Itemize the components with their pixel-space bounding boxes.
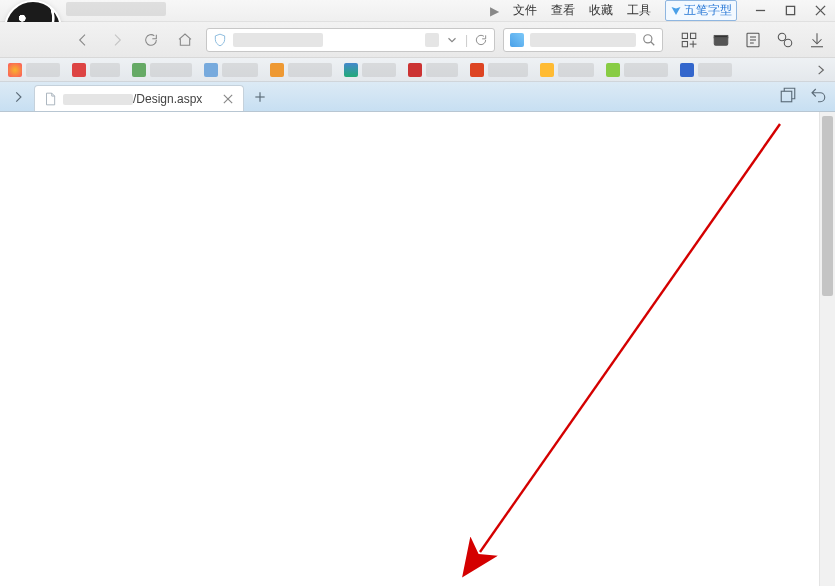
svg-rect-12 [714, 35, 728, 37]
annotation-arrow [0, 112, 835, 586]
svg-line-19 [785, 39, 786, 40]
minimize-button[interactable] [745, 0, 775, 22]
ime-label: 五笔字型 [684, 2, 732, 19]
page-content: 提交 [0, 112, 835, 586]
svg-rect-1 [786, 6, 794, 14]
bookmark-item[interactable] [344, 63, 396, 77]
tab-close-button[interactable] [221, 92, 235, 106]
wallet-button[interactable] [711, 30, 731, 50]
search-text [530, 33, 636, 47]
vertical-scrollbar[interactable] [819, 112, 835, 586]
reader-button[interactable] [743, 30, 763, 50]
bookmark-item[interactable] [540, 63, 594, 77]
bookmark-item[interactable] [470, 63, 528, 77]
new-tab-button[interactable] [248, 85, 272, 109]
menu-back-icon[interactable]: ▶ [490, 4, 499, 18]
site-icon [425, 33, 439, 47]
bookmark-item[interactable] [606, 63, 668, 77]
tab-strip: /Design.aspx [0, 82, 835, 112]
close-button[interactable] [805, 0, 835, 22]
svg-rect-7 [691, 33, 696, 38]
page-icon [43, 92, 57, 106]
bookmark-item[interactable] [132, 63, 192, 77]
window-title [66, 2, 166, 16]
home-button[interactable] [172, 27, 198, 53]
svg-rect-8 [682, 41, 687, 46]
keyboard-icon [670, 5, 682, 17]
nav-toolbar: | [0, 22, 835, 58]
svg-line-5 [651, 41, 655, 45]
reload-button[interactable] [138, 27, 164, 53]
bookmark-item[interactable] [8, 63, 60, 77]
undo-button[interactable] [809, 86, 827, 107]
maximize-button[interactable] [775, 0, 805, 22]
shield-icon [213, 33, 227, 47]
svg-rect-26 [781, 91, 792, 102]
menu-tools[interactable]: 工具 [627, 2, 651, 19]
search-icon[interactable] [642, 33, 656, 47]
tab-title: /Design.aspx [63, 92, 215, 106]
address-bar[interactable]: | [206, 28, 495, 52]
download-button[interactable] [807, 30, 827, 50]
menu-bar: ▶ 文件 查看 收藏 工具 五笔字型 [490, 0, 737, 21]
bookmark-item[interactable] [72, 63, 120, 77]
menu-favorites[interactable]: 收藏 [589, 2, 613, 19]
bookmark-item[interactable] [270, 63, 332, 77]
chevron-down-icon[interactable] [445, 33, 459, 47]
restore-tab-button[interactable] [779, 86, 797, 107]
search-bar[interactable] [503, 28, 663, 52]
search-engine-icon [510, 33, 524, 47]
menu-file[interactable]: 文件 [513, 2, 537, 19]
ime-indicator[interactable]: 五笔字型 [665, 0, 737, 21]
tab-active[interactable]: /Design.aspx [34, 85, 244, 111]
svg-line-27 [480, 124, 780, 552]
toolbar-right-icons [679, 30, 827, 50]
bookmark-item[interactable] [204, 63, 258, 77]
svg-rect-6 [682, 33, 687, 38]
bookmark-item[interactable] [680, 63, 732, 77]
menu-view[interactable]: 查看 [551, 2, 575, 19]
bookmark-item[interactable] [408, 63, 458, 77]
title-bar: ▶ 文件 查看 收藏 工具 五笔字型 [0, 0, 835, 22]
bookmarks-overflow-button[interactable] [813, 62, 829, 78]
refresh-small-icon[interactable] [474, 33, 488, 47]
svg-point-4 [644, 34, 652, 42]
annotation-overlay [0, 112, 835, 586]
back-button[interactable] [70, 27, 96, 53]
forward-button[interactable] [104, 27, 130, 53]
bookmarks-bar [0, 58, 835, 82]
sidebar-toggle-button[interactable] [8, 87, 28, 107]
scrollbar-thumb[interactable] [822, 116, 833, 296]
address-text [233, 33, 323, 47]
screenshot-button[interactable] [775, 30, 795, 50]
extensions-button[interactable] [679, 30, 699, 50]
